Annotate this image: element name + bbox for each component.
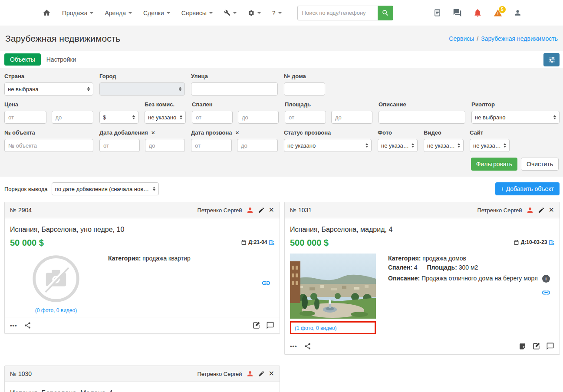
breadcrumb-parent-link[interactable]: Сервисы <box>449 35 474 42</box>
object-number-input[interactable] <box>4 139 93 152</box>
object-link-button[interactable] <box>261 278 271 288</box>
home-icon <box>43 9 51 17</box>
help-label: ? <box>272 10 276 16</box>
card-number: № 1030 <box>10 370 32 377</box>
realtor-select[interactable]: не выбрано <box>471 111 560 124</box>
commission-value: не указано <box>148 114 177 121</box>
site-select[interactable]: не указано <box>470 139 510 152</box>
agent-name: Петренко Сергей <box>197 371 242 377</box>
date-added-from-input[interactable] <box>99 139 140 152</box>
home-button[interactable] <box>43 9 51 17</box>
media-count-link[interactable]: (1 фото, 0 видео) <box>295 325 336 331</box>
street-input[interactable] <box>191 82 278 96</box>
edit-square-icon <box>532 342 540 350</box>
edit-note-button[interactable] <box>252 321 260 329</box>
tab-objects[interactable]: Объекты <box>4 53 41 66</box>
alerts-button[interactable]: 5 <box>494 9 502 17</box>
agent-button[interactable] <box>246 206 254 214</box>
filter-label-photo: Фото <box>378 129 418 136</box>
edit-note-button[interactable] <box>532 342 540 350</box>
delete-object-button[interactable]: ✕ <box>269 370 274 377</box>
menu-servisy[interactable]: Сервисы <box>181 10 213 16</box>
comment-button[interactable] <box>266 321 274 329</box>
description-input[interactable] <box>379 111 465 124</box>
card-header: № 1031 Петренко Сергей ✕ <box>285 202 560 218</box>
share-icon <box>304 343 311 350</box>
object-price: 500 000 $ <box>290 238 329 248</box>
search-button[interactable] <box>378 6 393 20</box>
category-label: Категория: <box>108 255 141 262</box>
profile-button[interactable] <box>514 9 522 17</box>
journal-button[interactable] <box>433 9 441 17</box>
date-called-to-input[interactable] <box>237 139 278 152</box>
filter-apply-button[interactable]: Фильтровать <box>471 158 517 171</box>
agent-button[interactable] <box>526 206 534 214</box>
bedrooms-value: 4 <box>414 264 418 271</box>
category-value: продажа квартир <box>142 255 191 262</box>
delete-object-button[interactable]: ✕ <box>549 207 554 214</box>
call-date-link[interactable]: П: <box>269 239 274 245</box>
agent-button[interactable] <box>246 370 254 378</box>
filter-label-bedrooms: Спален <box>192 101 279 108</box>
country-select[interactable]: не выбрана <box>4 82 93 96</box>
pencil-icon <box>538 207 545 214</box>
search-input[interactable] <box>297 6 378 20</box>
menu-tools[interactable] <box>224 10 237 16</box>
share-button[interactable] <box>304 343 311 350</box>
menu-arenda[interactable]: Аренда <box>105 10 132 16</box>
media-count-link[interactable]: (0 фото, 0 видео) <box>35 307 77 313</box>
edit-object-button[interactable] <box>538 207 545 214</box>
select-arrows-icon <box>87 87 90 91</box>
comment-button[interactable] <box>546 342 554 350</box>
clear-date-added-icon[interactable]: ✕ <box>151 130 155 135</box>
object-link-button[interactable] <box>541 288 551 297</box>
menu-sdelki[interactable]: Сделки <box>143 10 170 16</box>
tab-settings[interactable]: Настройки <box>41 53 82 66</box>
area-from-input[interactable] <box>285 111 326 124</box>
date-added-to-input[interactable] <box>145 139 185 152</box>
house-number-input[interactable] <box>284 82 325 96</box>
edit-object-button[interactable] <box>258 207 265 214</box>
edit-object-button[interactable] <box>258 370 265 377</box>
comment-icon <box>266 321 274 329</box>
menu-prodazha[interactable]: Продажа <box>62 10 93 16</box>
journal-note-button[interactable] <box>519 343 527 350</box>
bedrooms-to-input[interactable] <box>238 111 279 124</box>
share-button[interactable] <box>24 322 31 329</box>
notifications-button[interactable] <box>473 8 482 17</box>
breadcrumb-current-link[interactable]: Зарубежная недвижимость <box>481 35 558 42</box>
filter-label-call-status: Статус прозвона <box>284 129 372 136</box>
link-icon <box>541 288 551 297</box>
sort-select[interactable]: по дате добавления (сначала новые) <box>52 182 159 195</box>
messages-button[interactable] <box>453 8 462 17</box>
commission-select[interactable]: не указано <box>145 111 186 124</box>
search-box <box>297 6 393 20</box>
card-footer: ••• <box>5 317 280 333</box>
chevron-down-icon <box>128 12 132 14</box>
area-to-input[interactable] <box>331 111 372 124</box>
menu-settings[interactable] <box>248 10 261 16</box>
more-actions-button[interactable]: ••• <box>10 322 17 329</box>
city-select[interactable] <box>99 82 185 96</box>
price-from-input[interactable] <box>4 111 46 124</box>
clear-date-called-icon[interactable]: ✕ <box>235 130 240 135</box>
video-select[interactable]: не указано <box>424 139 464 152</box>
more-actions-button[interactable]: ••• <box>290 343 297 349</box>
info-icon[interactable]: i <box>542 275 550 283</box>
call-status-select[interactable]: не указано <box>284 139 372 152</box>
delete-object-button[interactable]: ✕ <box>269 207 274 214</box>
menu-help[interactable]: ? <box>272 10 282 16</box>
add-object-button[interactable]: + Добавить объект <box>495 182 560 195</box>
date-added: Д:21-04 <box>248 239 267 245</box>
object-photo[interactable] <box>290 254 376 319</box>
currency-select[interactable]: $ <box>99 111 138 124</box>
date-called-from-input[interactable] <box>191 139 232 152</box>
breadcrumb-separator: / <box>477 35 478 42</box>
filter-clear-button[interactable]: Очистить <box>521 158 559 171</box>
person-icon <box>246 370 254 378</box>
call-date-link[interactable]: П: <box>549 239 554 245</box>
bedrooms-from-input[interactable] <box>192 111 233 124</box>
photo-select[interactable]: не указано <box>378 139 418 152</box>
filter-toggle-button[interactable] <box>543 53 560 66</box>
price-to-input[interactable] <box>52 111 94 124</box>
